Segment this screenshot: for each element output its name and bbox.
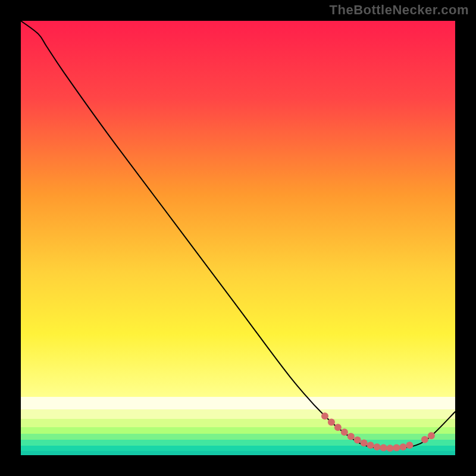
highlight-dot [393,444,400,452]
highlight-dot [428,432,435,439]
highlight-dot [341,428,348,436]
highlight-dot [367,441,374,449]
highlight-dot [347,433,355,440]
chart-stage: TheBottleNecker.com [0,0,476,476]
highlight-dot [334,424,342,431]
highlight-dot [386,444,393,452]
highlight-dot [406,441,413,449]
highlight-dot [399,443,406,450]
highlight-dots [321,412,435,452]
highlight-dot [421,436,428,443]
highlight-dot [361,440,368,447]
plot-area [21,21,455,455]
curve-layer [21,21,455,455]
highlight-dot [380,444,387,452]
highlight-dot [374,443,381,450]
highlight-dot [328,419,335,426]
watermark-text: TheBottleNecker.com [330,2,469,18]
highlight-dot [321,412,328,419]
highlight-dot [354,436,361,443]
bottleneck-curve [21,21,455,449]
